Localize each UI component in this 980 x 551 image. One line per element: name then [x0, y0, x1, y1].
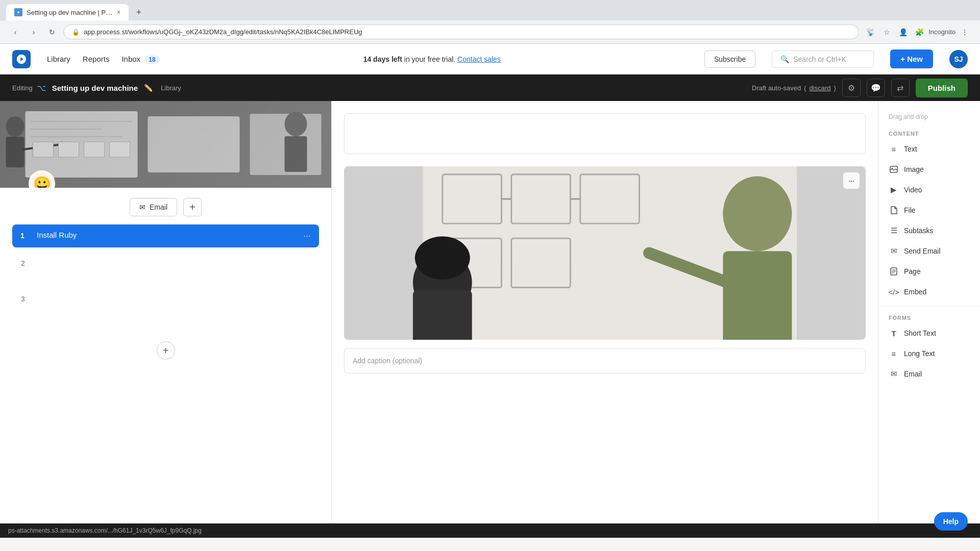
sidebar-divider [878, 306, 980, 307]
right-panel: ··· Add caption (optional) [332, 101, 878, 523]
svg-point-5 [6, 116, 24, 137]
svg-point-7 [285, 112, 307, 136]
address-text: app.process.st/workflows/uQGGj-_oKZ43zDM… [84, 28, 850, 36]
image-icon [889, 164, 899, 174]
sidebar-label-short-text: Short Text [904, 329, 936, 337]
sidebar-label-email-form: Email [904, 370, 922, 378]
task-title-input[interactable] [37, 231, 297, 239]
discard-link[interactable]: discard [810, 84, 831, 92]
left-panel: 😀 ✉ Email + 1 ··· [0, 101, 332, 523]
sidebar-item-video[interactable]: ▶ Video [878, 180, 980, 200]
sidebar-label-embed: Embed [904, 288, 926, 296]
send-email-icon: ✉ [889, 246, 899, 256]
nav-actions: 📡 ☆ 👤 🧩 Incognito ⋮ [863, 25, 972, 39]
cast-icon[interactable]: 📡 [863, 25, 877, 39]
sidebar-item-long-text[interactable]: ≡ Long Text [878, 343, 980, 364]
avatar[interactable]: SJ [949, 50, 968, 68]
svg-rect-3 [148, 116, 240, 172]
subscribe-button[interactable]: Subscribe [704, 51, 755, 68]
more-options-icon[interactable]: ⋮ [958, 25, 972, 39]
workflow-title: Setting up dev machine [52, 84, 138, 92]
lock-icon: 🔒 [72, 29, 80, 36]
image-actions: ··· [843, 172, 860, 189]
add-task-button[interactable]: + [157, 341, 175, 360]
task-item[interactable]: 1 ··· [12, 224, 319, 247]
email-button[interactable]: ✉ Email [130, 198, 177, 216]
publish-button[interactable]: Publish [916, 79, 968, 97]
add-task-area: + [0, 341, 331, 360]
sidebar-item-embed[interactable]: </> Embed [878, 282, 980, 302]
close-tab-icon[interactable]: × [117, 9, 120, 16]
bookmark-icon[interactable]: ☆ [879, 25, 894, 39]
settings-button[interactable]: ⚙ [842, 79, 861, 97]
nav-links: Library Reports Inbox 18 [47, 53, 160, 65]
new-tab-button[interactable]: + [131, 4, 147, 20]
new-button[interactable]: + New [890, 49, 933, 68]
library-breadcrumb[interactable]: Library [161, 84, 181, 92]
header-image: 😀 [0, 101, 331, 188]
image-more-button[interactable]: ··· [843, 172, 860, 189]
sidebar-item-image[interactable]: Image [878, 159, 980, 180]
task-number: 1 [20, 232, 31, 240]
trial-banner: 14 days left in your free trial. Contact… [176, 55, 688, 63]
trial-days: 14 days left [363, 55, 402, 63]
editor-header: Editing ⌥ Setting up dev machine ✏️ Libr… [0, 74, 980, 101]
caption-placeholder: Add caption (optional) [353, 357, 422, 365]
svg-rect-14 [33, 142, 54, 157]
tab-bar: Setting up dev machine | Process... × + [0, 0, 980, 20]
tab-title: Setting up dev machine | Process... [27, 9, 113, 16]
sidebar-item-text[interactable]: ≡ Text [878, 139, 980, 159]
sidebar-label-text: Text [904, 145, 917, 153]
page-icon [889, 266, 899, 277]
profile-icon[interactable]: 👤 [896, 25, 910, 39]
forward-button[interactable]: › [27, 25, 41, 39]
sidebar-item-short-text[interactable]: T Short Text [878, 323, 980, 343]
sidebar-item-file[interactable]: File [878, 200, 980, 220]
comment-button[interactable]: 💬 [867, 79, 885, 97]
add-step-button[interactable]: + [183, 198, 202, 216]
address-bar[interactable]: 🔒 app.process.st/workflows/uQGGj-_oKZ43z… [63, 24, 859, 39]
app: Library Reports Inbox 18 14 days left in… [0, 44, 980, 538]
sidebar-item-page[interactable]: Page [878, 261, 980, 282]
sidebar-item-email-form[interactable]: ✉ Email [878, 364, 980, 384]
sidebar-label-subtasks: Subtasks [904, 227, 934, 235]
library-nav-link[interactable]: Library [47, 53, 70, 65]
svg-rect-35 [723, 251, 792, 340]
inbox-nav-link[interactable]: Inbox 18 [121, 53, 159, 65]
svg-rect-17 [110, 142, 130, 157]
shuffle-button[interactable]: ⇄ [891, 79, 910, 97]
back-button[interactable]: ‹ [8, 25, 22, 39]
sidebar-label-page: Page [904, 267, 921, 276]
sidebar-content-header: CONTENT [878, 127, 980, 139]
svg-rect-6 [6, 137, 24, 167]
task-item[interactable]: 2 [12, 252, 319, 283]
task-more-icon[interactable]: ··· [303, 231, 311, 241]
caption-input[interactable]: Add caption (optional) [344, 348, 866, 373]
logo[interactable] [12, 50, 31, 68]
task-item[interactable]: 3 [12, 287, 319, 319]
contact-sales-link[interactable]: Contact sales [457, 55, 501, 63]
task-controls: ✉ Email + [0, 188, 331, 224]
reports-nav-link[interactable]: Reports [83, 53, 110, 65]
sidebar-item-subtasks[interactable]: ☰ Subtasks [878, 220, 980, 241]
task-number: 3 [21, 295, 31, 303]
inbox-badge: 18 [144, 56, 159, 64]
edit-title-icon[interactable]: ✏️ [144, 84, 153, 92]
sidebar-forms-header: FORMS [878, 311, 980, 323]
svg-rect-15 [59, 142, 79, 157]
extensions-icon[interactable]: 🧩 [912, 25, 926, 39]
sidebar-label-send-email: Send Email [904, 247, 941, 255]
file-icon [889, 205, 899, 215]
sidebar-item-send-email[interactable]: ✉ Send Email [878, 241, 980, 261]
active-tab[interactable]: Setting up dev machine | Process... × [6, 4, 129, 20]
content-image [344, 166, 866, 340]
email-icon: ✉ [139, 203, 145, 211]
top-nav: Library Reports Inbox 18 14 days left in… [0, 44, 980, 74]
search-bar[interactable]: 🔍 Search or Ctrl+K [772, 51, 874, 68]
tasks-list: 1 ··· 2 3 [0, 224, 331, 335]
reload-button[interactable]: ↻ [45, 25, 59, 39]
embed-icon: </> [889, 287, 899, 297]
help-button[interactable]: Help [934, 512, 968, 531]
svg-rect-31 [413, 290, 472, 340]
content-image-container: ··· [344, 166, 866, 340]
